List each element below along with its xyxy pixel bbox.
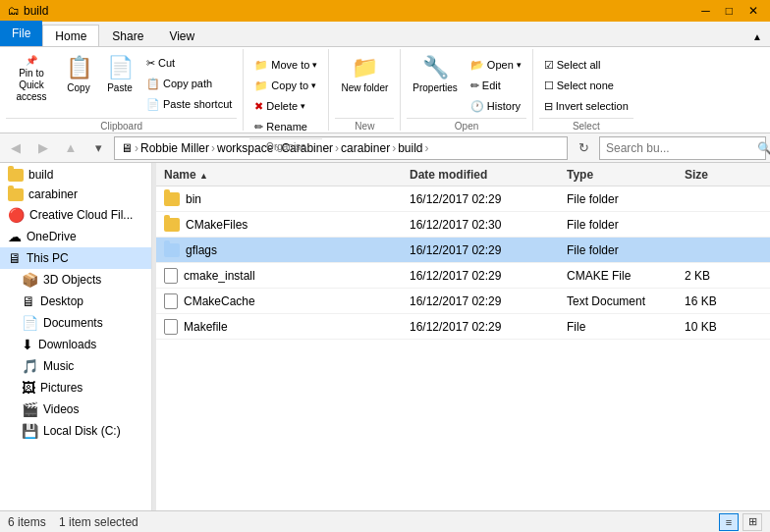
properties-icon: 🔧 xyxy=(422,55,449,80)
open-button[interactable]: 📂 Open xyxy=(466,55,526,75)
close-button[interactable]: ✕ xyxy=(744,4,762,18)
large-icons-view-button[interactable]: ⊞ xyxy=(742,513,762,531)
copy-button[interactable]: 📋 Copy xyxy=(59,51,98,116)
pin-to-quick-access-button[interactable]: 📌 Pin to Quick access xyxy=(6,51,57,116)
ribbon-tabs: File Home Share View ▲ xyxy=(0,22,770,47)
properties-button[interactable]: 🔧 Properties xyxy=(407,51,464,116)
file-row[interactable]: cmake_install 16/12/2017 02:29 CMAKE Fil… xyxy=(156,263,770,289)
sidebar-item-documents[interactable]: 📄 Documents xyxy=(0,312,151,334)
sidebar-item-carabiner[interactable]: carabiner xyxy=(0,185,151,204)
maximize-button[interactable]: □ xyxy=(722,4,737,18)
back-button[interactable]: ◀ xyxy=(4,136,28,160)
paste-shortcut-button[interactable]: 📄 Paste shortcut xyxy=(141,94,237,114)
title-bar-title: build xyxy=(24,4,48,18)
file-row[interactable]: Makefile 16/12/2017 02:29 File 10 KB xyxy=(156,314,770,340)
cut-icon: ✂ xyxy=(146,57,155,70)
tab-view[interactable]: View xyxy=(156,25,207,46)
details-view-button[interactable]: ≡ xyxy=(719,513,739,531)
pin-icon: 📌 xyxy=(26,55,37,66)
clipboard-group: 📌 Pin to Quick access 📋 Copy 📄 Paste ✂ C… xyxy=(0,49,244,131)
sidebar-item-videos[interactable]: 🎬 Videos xyxy=(0,399,151,420)
sidebar-item-local-disk[interactable]: 💾 Local Disk (C:) xyxy=(0,420,151,442)
copy-to-button[interactable]: 📁 Copy to xyxy=(249,76,322,95)
pictures-icon: 🖼 xyxy=(22,380,35,396)
history-button[interactable]: 🕐 History xyxy=(466,96,526,116)
sidebar-item-desktop[interactable]: 🖥 Desktop xyxy=(0,291,151,312)
edit-button[interactable]: ✏ Edit xyxy=(466,76,526,95)
new-group-label: New xyxy=(335,118,394,132)
sidebar-item-creative-cloud[interactable]: 🔴 Creative Cloud Fil... xyxy=(0,204,151,226)
new-group: 📁 New folder New xyxy=(329,49,401,131)
clipboard-group-label: Clipboard xyxy=(6,118,237,132)
title-bar-controls[interactable]: ─ □ ✕ xyxy=(697,4,762,18)
select-none-button[interactable]: ☐ Select none xyxy=(539,76,633,95)
sidebar-item-pictures[interactable]: 🖼 Pictures xyxy=(0,377,151,399)
paste-shortcut-icon: 📄 xyxy=(146,98,160,111)
tab-share[interactable]: Share xyxy=(99,25,156,46)
invert-selection-button[interactable]: ⊟ Invert selection xyxy=(539,96,633,116)
copy-to-icon: 📁 xyxy=(254,80,268,92)
paste-icon: 📄 xyxy=(107,55,134,80)
tab-home[interactable]: Home xyxy=(42,25,99,46)
select-all-icon: ☑ xyxy=(544,59,554,72)
sidebar-item-3d-objects[interactable]: 📦 3D Objects xyxy=(0,269,151,291)
creative-cloud-icon: 🔴 xyxy=(8,207,25,223)
rename-icon: ✏ xyxy=(254,121,263,133)
delete-icon: ✖ xyxy=(254,100,263,113)
file-row[interactable]: CMakeFiles 16/12/2017 02:30 File folder xyxy=(156,212,770,238)
select-all-button[interactable]: ☑ Select all xyxy=(539,55,633,75)
text-file-icon xyxy=(164,293,178,309)
folder-icon xyxy=(164,218,180,232)
file-row[interactable]: bin 16/12/2017 02:29 File folder xyxy=(156,186,770,212)
paste-button[interactable]: 📄 Paste xyxy=(100,51,139,116)
minimize-button[interactable]: ─ xyxy=(697,4,714,18)
column-header-size[interactable]: Size xyxy=(677,168,755,182)
sidebar-item-this-pc[interactable]: 🖥 This PC xyxy=(0,247,151,269)
column-header-name[interactable]: Name ▲ xyxy=(156,168,402,182)
move-to-icon: 📁 xyxy=(254,59,268,72)
rename-button[interactable]: ✏ Rename xyxy=(249,117,322,136)
ribbon-collapse-button[interactable]: ▲ xyxy=(744,27,770,46)
onedrive-icon: ☁ xyxy=(8,229,22,244)
title-bar-left: 🗂 build xyxy=(8,4,48,18)
title-bar: 🗂 build ─ □ ✕ xyxy=(0,0,770,22)
breadcrumb-pc-icon: 🖥 xyxy=(121,141,133,155)
folder-icon xyxy=(8,169,24,182)
file-row[interactable]: CMakeCache 16/12/2017 02:29 Text Documen… xyxy=(156,289,770,314)
breadcrumb-robbie[interactable]: Robbie Miller xyxy=(140,141,209,155)
status-item-count: 6 items 1 item selected xyxy=(8,515,138,529)
copy-path-icon: 📋 xyxy=(146,78,160,90)
column-header-type[interactable]: Type xyxy=(559,168,677,182)
move-to-button[interactable]: 📁 Move to xyxy=(249,55,322,75)
column-header-date[interactable]: Date modified xyxy=(402,168,559,182)
breadcrumb-carabiner[interactable]: carabiner xyxy=(341,141,390,155)
address-bar: ◀ ▶ ▲ ▾ 🖥 › Robbie Miller › workspace › … xyxy=(0,133,770,163)
open-icon: 📂 xyxy=(470,59,484,72)
organise-group: 📁 Move to 📁 Copy to ✖ Delete ✏ Rename Or… xyxy=(244,49,329,131)
search-box[interactable]: 🔍 xyxy=(599,136,766,160)
status-bar: 6 items 1 item selected ≡ ⊞ xyxy=(0,510,770,532)
delete-button[interactable]: ✖ Delete xyxy=(249,96,322,116)
copy-icon: 📋 xyxy=(66,55,92,80)
address-breadcrumb[interactable]: 🖥 › Robbie Miller › workspace › Carabine… xyxy=(114,136,568,160)
recent-locations-button[interactable]: ▾ xyxy=(86,136,110,160)
sidebar-item-onedrive[interactable]: ☁ OneDrive xyxy=(0,226,151,247)
sidebar-item-downloads[interactable]: ⬇ Downloads xyxy=(0,334,151,355)
new-folder-button[interactable]: 📁 New folder xyxy=(335,51,394,116)
music-icon: 🎵 xyxy=(22,358,38,374)
cut-button[interactable]: ✂ Cut xyxy=(141,53,237,73)
forward-button[interactable]: ▶ xyxy=(31,136,55,160)
file-row-selected[interactable]: gflags 16/12/2017 02:29 File folder xyxy=(156,238,770,263)
copy-path-button[interactable]: 📋 Copy path xyxy=(141,74,237,93)
app-icon: 🗂 xyxy=(8,4,20,18)
select-group: ☑ Select all ☐ Select none ⊟ Invert sele… xyxy=(533,49,639,131)
view-toggle[interactable]: ≡ ⊞ xyxy=(719,513,762,531)
search-input[interactable] xyxy=(606,141,753,155)
refresh-button[interactable]: ↻ xyxy=(572,136,595,160)
tab-file[interactable]: File xyxy=(0,21,42,46)
up-button[interactable]: ▲ xyxy=(59,136,82,160)
breadcrumb-build[interactable]: build xyxy=(398,141,422,155)
sidebar-item-build[interactable]: build xyxy=(0,165,151,185)
documents-icon: 📄 xyxy=(22,315,38,331)
sidebar-item-music[interactable]: 🎵 Music xyxy=(0,355,151,377)
